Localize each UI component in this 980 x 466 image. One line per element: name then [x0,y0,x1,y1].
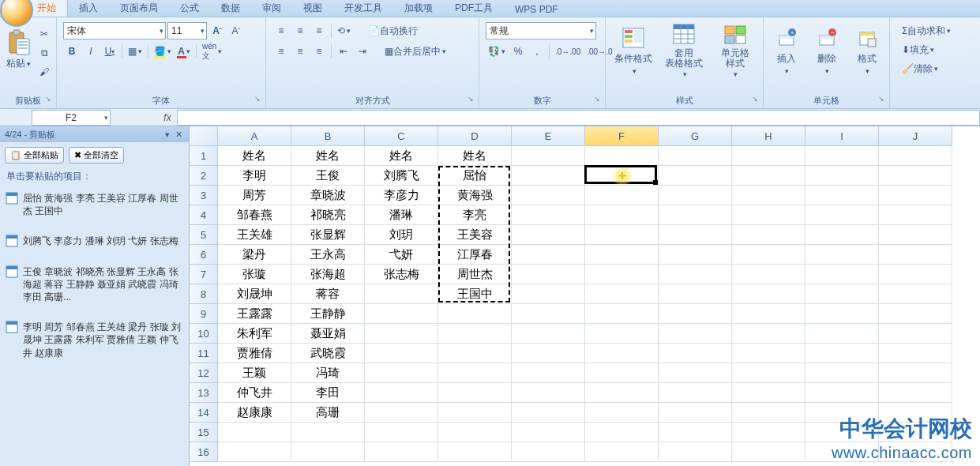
cell[interactable]: 张显辉 [291,225,365,245]
cell[interactable] [879,245,952,265]
cell[interactable] [659,403,732,423]
conditional-format-button[interactable]: 条件格式 [614,21,653,79]
tab-5[interactable]: 审阅 [251,0,292,17]
cell[interactable] [512,442,585,462]
cell[interactable] [659,245,732,265]
cell[interactable] [732,363,805,383]
clipboard-item[interactable]: 李明 周芳 邹春燕 王关雄 梁丹 张璇 刘晟坤 王露露 朱利军 贾雅倩 王颖 仲… [2,315,186,365]
cell[interactable] [512,324,585,344]
row-header[interactable]: 6 [190,245,218,265]
cell[interactable] [585,383,659,403]
formula-input[interactable] [177,110,980,126]
bold-button[interactable]: B [63,43,81,60]
phonetic-button[interactable]: wén文 [200,43,224,60]
tab-7[interactable]: 开发工具 [333,0,393,17]
shrink-font-button[interactable]: Aˇ [227,22,245,39]
align-left-button[interactable]: ≡ [272,43,290,60]
cell[interactable] [585,205,659,225]
col-header[interactable]: H [732,126,805,146]
col-header[interactable]: C [365,126,438,146]
delete-cells-button[interactable]: −删除 [807,21,846,79]
percent-button[interactable]: % [509,43,527,60]
cell[interactable] [879,423,952,442]
select-all-corner[interactable] [190,126,218,146]
fill-button[interactable]: ⬇ 填充 [898,41,938,58]
cell[interactable] [659,324,732,344]
cell[interactable] [659,225,732,245]
cell[interactable] [365,442,438,462]
cell[interactable] [805,146,879,166]
row-header[interactable]: 2 [190,166,218,186]
cell[interactable]: 李明 [218,166,291,186]
cell[interactable] [512,363,585,383]
accounting-format-button[interactable]: 💱 [486,43,508,60]
cell[interactable] [805,265,879,284]
cell[interactable]: 弋妍 [365,245,438,265]
col-header[interactable]: G [659,126,732,146]
cell[interactable]: 高珊 [291,403,365,423]
pane-close[interactable]: ✕ [175,130,184,139]
cell[interactable] [659,146,732,166]
cell[interactable] [732,186,805,205]
cell[interactable]: 姓名 [291,146,365,166]
paste-button[interactable]: 粘贴 [3,21,34,79]
fx-icon[interactable]: fx [158,112,177,123]
cell[interactable] [805,403,879,423]
cell[interactable] [512,383,585,403]
wrap-text-button[interactable]: 📄 自动换行 [362,22,423,39]
cell[interactable] [879,403,952,423]
cell[interactable]: 李亮 [438,205,512,225]
worksheet[interactable]: ABCDEFGHIJ1姓名姓名姓名姓名2李明王俊刘腾飞屈怡3周芳章晓波李彦力黄海… [190,126,980,466]
clear-all-button[interactable]: ✖全部清空 [69,147,124,163]
cut-button[interactable]: ✂ [36,25,53,43]
cell[interactable] [805,245,879,265]
cell[interactable]: 武晓霞 [291,344,365,363]
cell[interactable] [438,324,512,344]
col-header[interactable]: I [805,126,879,146]
cell[interactable] [805,284,879,304]
cell[interactable]: 蒋容 [291,284,365,304]
cell[interactable] [365,284,438,304]
row-header[interactable]: 10 [190,324,218,344]
cell[interactable]: 江厚春 [438,245,512,265]
cell[interactable] [879,324,952,344]
cell[interactable]: 刘腾飞 [365,166,438,186]
cell[interactable] [732,284,805,304]
cell[interactable]: 仲飞井 [218,383,291,403]
cell[interactable]: 邹春燕 [218,205,291,225]
cell[interactable]: 张志梅 [365,265,438,284]
decrease-indent-button[interactable]: ⇤ [335,43,352,60]
cell[interactable] [512,284,585,304]
cell[interactable]: 王永高 [291,245,365,265]
cell[interactable] [805,186,879,205]
cell[interactable] [805,383,879,403]
cell[interactable]: 刘晟坤 [218,284,291,304]
cell[interactable] [659,205,732,225]
cell[interactable] [659,284,732,304]
cell[interactable] [732,442,805,462]
tab-9[interactable]: PDF工具 [444,0,504,17]
cell[interactable] [512,423,585,442]
cell[interactable] [805,344,879,363]
row-header[interactable]: 7 [190,265,218,284]
merge-center-button[interactable]: ▦ 合并后居中 [381,43,450,60]
font-name-select[interactable]: 宋体 [63,22,166,39]
col-header[interactable]: B [291,126,365,146]
col-header[interactable]: A [218,126,291,146]
col-header[interactable]: D [438,126,512,146]
row-header[interactable]: 9 [190,304,218,324]
cell[interactable] [585,423,659,442]
cell[interactable] [732,166,805,186]
cell[interactable] [512,265,585,284]
cell[interactable] [732,344,805,363]
tab-10[interactable]: WPS PDF [504,2,569,17]
cell[interactable] [879,186,952,205]
cell[interactable] [438,304,512,324]
cell[interactable] [659,166,732,186]
cell[interactable] [879,284,952,304]
row-header[interactable]: 11 [190,344,218,363]
cell[interactable] [879,442,952,462]
row-header[interactable]: 8 [190,284,218,304]
cell[interactable] [585,403,659,423]
cell[interactable] [218,442,291,462]
